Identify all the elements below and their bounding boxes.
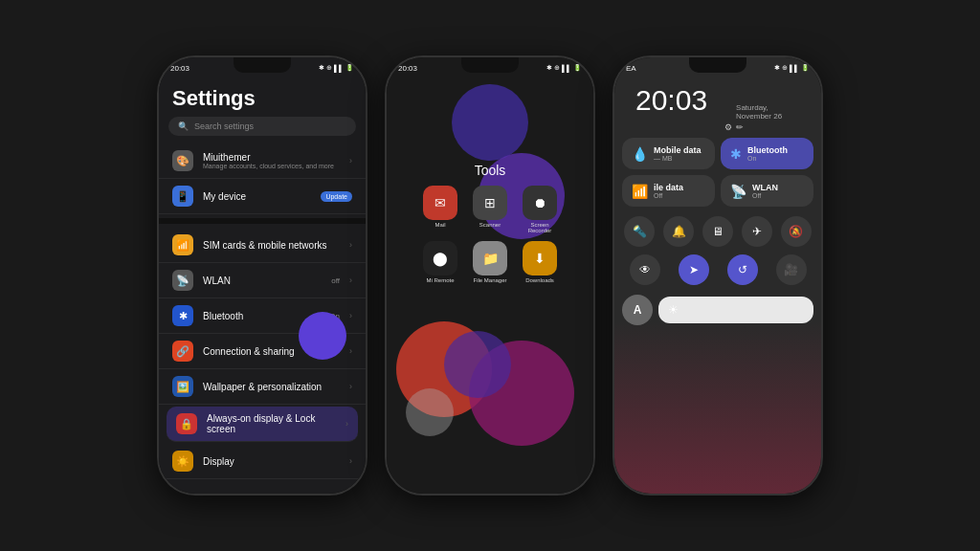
tools-folder[interactable]: Tools ✉ Mail ⊞ Scanner ⏺ Screen Recorder… [419,163,561,283]
display-icon: ☀️ [172,451,193,472]
cc-edit-icon[interactable]: ✏ [736,122,744,132]
display-label: Display [203,456,340,467]
wlan-label: WLAN [203,276,322,286]
app-miremote[interactable]: ⬤ Mi Remote [419,241,461,283]
mail-label: Mail [419,222,461,228]
cc-time: 20:03 [624,80,719,115]
sim-label: SIM cards & mobile networks [203,240,340,251]
cc-btn-flashlight[interactable]: 🔦 [624,216,655,247]
cc-brightness-slider[interactable]: ☀ [658,297,813,323]
wlan-icon: 📡 [172,270,193,291]
settings-item-wlan[interactable]: 📡 WLAN off › [159,263,366,298]
bluetooth-label: Bluetooth [203,311,320,321]
cc-time-row: 20:03 Saturday, November 26 ⚙ ✏ [614,78,821,132]
mobiledata2-icon: 📶 [632,184,648,199]
settings-item-miuithemer[interactable]: 🎨 Miuithemer Manage accounts, cloud serv… [159,143,366,179]
arrow-icon: › [349,156,352,165]
app-filemanager[interactable]: 📁 File Manager [469,241,511,283]
wlan-tile-icon: 📡 [730,184,746,199]
phone-controlcenter: EA ✱ ⊕ ▌▌ 🔋 20:03 Saturday, November 26 … [612,55,823,496]
miremote-icon: ⬤ [423,241,457,276]
status-time-2: 20:03 [398,64,417,73]
app-scanner[interactable]: ⊞ Scanner [469,186,511,233]
cc-tile-mobiledata[interactable]: 💧 Mobile data — MB [622,138,715,169]
cc-bottom-row: A ☀ [614,289,821,331]
cc-btn-eye[interactable]: 👁 [630,254,660,285]
filemanager-label: File Manager [469,277,511,283]
arrow-wlan: › [349,276,352,285]
settings-item-wallpaper[interactable]: 🖼️ Wallpaper & personalization › [159,369,366,405]
search-icon: 🔍 [178,121,189,131]
cc-top-icons: ⚙ ✏ [724,122,812,132]
search-placeholder: Search settings [194,121,254,131]
status-time-1: 20:03 [170,64,189,73]
filemanager-icon: 📁 [473,241,507,276]
bluetooth-icon: ✱ [172,305,193,326]
home-screen: 20:03 ✱ ⊕ ▌▌ 🔋 Tools ✉ Mail ⊞ Scanner [387,57,593,494]
app-mail[interactable]: ✉ Mail [419,186,461,233]
miuithemer-label: Miuithemer Manage accounts, cloud servic… [203,152,340,169]
cc-btn-screencast[interactable]: 🖥 [702,216,733,247]
cc-btn-rotate[interactable]: ↺ [727,254,758,285]
mydevice-icon: 📱 [172,186,193,207]
phone-settings: 20:03 ✱ ⊕ ▌▌ 🔋 Settings 🔍 Search setting… [157,55,368,496]
cc-btn-airplane[interactable]: ✈ [742,216,772,247]
connection-icon: 🔗 [172,341,193,362]
notch-1 [234,57,291,73]
cc-btn-silent[interactable]: 🔕 [781,216,812,247]
arrow-connection: › [349,346,352,356]
update-badge: Update [321,191,352,202]
mydevice-label: My device [203,191,311,202]
cc-tiles-row2: 📶 ile data Off 📡 WLAN Off [614,175,821,212]
bg-circle-6 [406,388,454,436]
alwayson-label: Always-on display & Lock screen [207,413,336,434]
wallpaper-label: Wallpaper & personalization [203,382,340,392]
cc-tile-mobiledata2[interactable]: 📶 ile data Off [622,175,715,207]
cc-btn-video[interactable]: 🎥 [776,254,807,285]
settings-item-mydevice[interactable]: 📱 My device Update [159,179,366,214]
mobiledata2-sub: Off [654,192,683,199]
mobiledata2-label: ile data [654,183,683,192]
arrow-display: › [349,456,352,466]
divider-1 [159,218,366,224]
wlan-tile-info: WLAN Off [752,183,778,199]
settings-screen: 20:03 ✱ ⊕ ▌▌ 🔋 Settings 🔍 Search setting… [159,57,366,494]
sim-icon: 📶 [172,234,193,255]
mobiledata-label: Mobile data [654,145,702,155]
bluetooth-tile-sub: On [747,155,788,162]
downloads-label: Downloads [519,277,561,283]
mail-icon: ✉ [423,186,457,220]
bluetooth-tile-icon: ✱ [730,146,742,162]
mobiledata-icon: 💧 [632,146,648,162]
notch-3 [689,57,746,73]
app-screenrecorder[interactable]: ⏺ Screen Recorder [519,186,561,233]
cc-tile-wlan[interactable]: 📡 WLAN Off [721,175,813,207]
miremote-label: Mi Remote [419,277,461,283]
bg-circle-1 [452,84,528,161]
search-bar[interactable]: 🔍 Search settings [168,117,356,136]
arrow-wallpaper: › [349,382,352,391]
cc-tile-bluetooth[interactable]: ✱ Bluetooth On [721,138,813,169]
screenrecorder-icon: ⏺ [523,186,557,220]
app-downloads[interactable]: ⬇ Downloads [519,241,561,283]
settings-item-sim[interactable]: 📶 SIM cards & mobile networks › [159,228,366,263]
mobiledata-sub: — MB [654,155,702,162]
arrow-bluetooth: › [349,311,352,320]
miuithemer-icon: 🎨 [172,150,193,171]
cc-btn-location[interactable]: ➤ [679,254,709,285]
cc-settings-icon[interactable]: ⚙ [724,122,732,132]
bg-circle-5 [444,331,511,398]
wlan-tile-label: WLAN [752,183,778,192]
settings-item-alwayson[interactable]: 🔒 Always-on display & Lock screen › [167,407,358,442]
control-center-screen: EA ✱ ⊕ ▌▌ 🔋 20:03 Saturday, November 26 … [614,57,821,494]
alwayson-icon: 🔒 [176,413,197,434]
cc-letter-button[interactable]: A [622,295,653,325]
mobiledata2-info: ile data Off [654,183,683,199]
settings-item-display[interactable]: ☀️ Display › [159,444,366,479]
brightness-icon: ☀ [668,303,679,317]
wallpaper-icon: 🖼️ [172,376,193,397]
status-icons-2: ✱ ⊕ ▌▌ 🔋 [546,64,582,72]
app-grid: ✉ Mail ⊞ Scanner ⏺ Screen Recorder ⬤ Mi … [419,186,561,283]
cc-btn-notification[interactable]: 🔔 [663,216,694,247]
cc-buttons-row2: 👁 ➤ ↺ 🎥 [614,251,821,289]
